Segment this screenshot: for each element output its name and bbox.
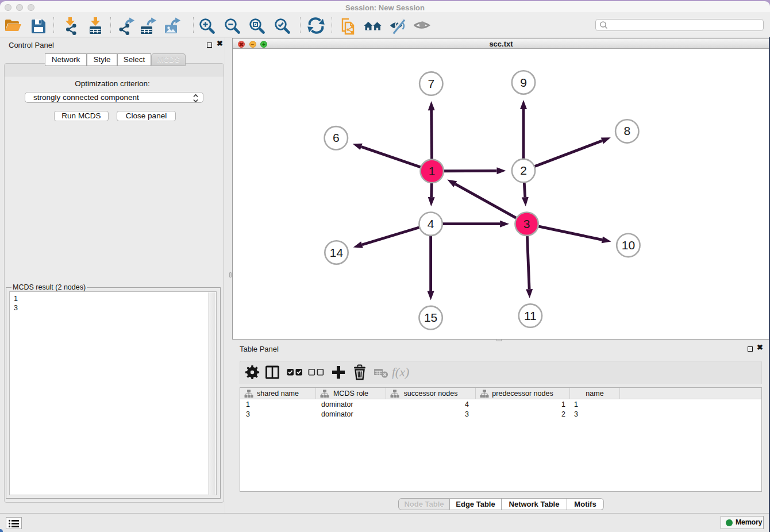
svg-text:9: 9	[520, 76, 527, 89]
svg-text:15: 15	[424, 311, 437, 324]
svg-text:6: 6	[333, 131, 340, 144]
svg-text:2: 2	[520, 164, 527, 177]
svg-text:f(x): f(x)	[392, 365, 409, 379]
svg-text:7: 7	[428, 77, 434, 90]
svg-text:1: 1	[429, 164, 436, 178]
svg-text:10: 10	[622, 238, 635, 252]
svg-text:14: 14	[330, 246, 344, 259]
svg-text:3: 3	[523, 217, 530, 230]
svg-text:8: 8	[623, 124, 630, 137]
svg-text:4: 4	[428, 217, 434, 230]
svg-text:11: 11	[524, 309, 537, 322]
